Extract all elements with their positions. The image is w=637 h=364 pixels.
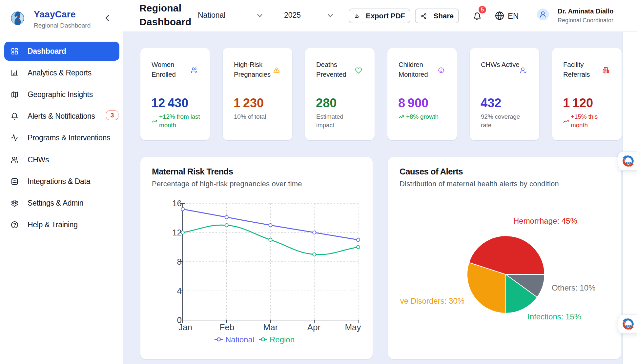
svg-text:National: National [225, 335, 254, 344]
svg-text:Apr: Apr [307, 322, 321, 332]
svg-text:Hemorrhage: 45%: Hemorrhage: 45% [513, 216, 577, 225]
svg-text:Jan: Jan [178, 322, 192, 332]
svg-text:May: May [345, 322, 361, 332]
svg-text:ve Disorders: 30%: ve Disorders: 30% [400, 296, 464, 305]
svg-text:8: 8 [177, 257, 182, 267]
svg-text:12: 12 [172, 228, 182, 237]
svg-text:Others: 10%: Others: 10% [552, 283, 595, 292]
svg-text:16: 16 [172, 198, 182, 208]
svg-text:Region: Region [270, 335, 295, 344]
svg-text:4: 4 [177, 286, 182, 296]
svg-text:Feb: Feb [220, 322, 235, 332]
svg-text:Infections: 15%: Infections: 15% [527, 312, 581, 321]
svg-text:Mar: Mar [263, 322, 278, 332]
